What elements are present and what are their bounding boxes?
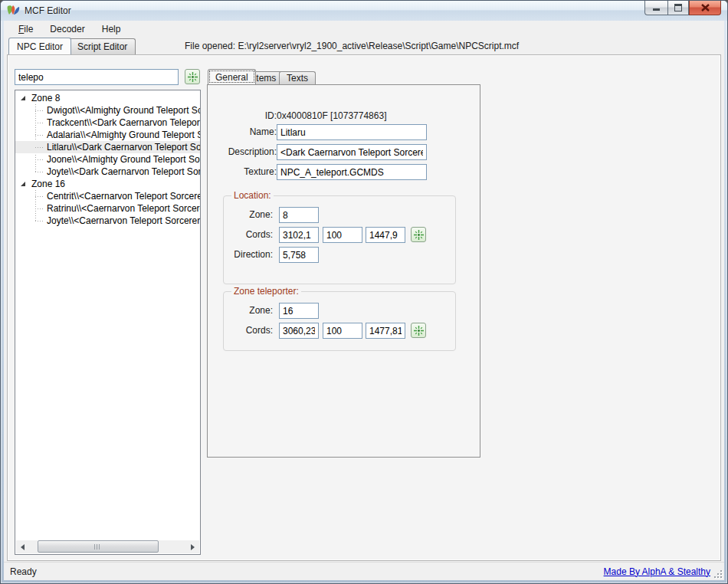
expander-icon[interactable] [21,182,25,186]
name-field[interactable] [277,124,427,140]
tree-horizontal-scrollbar[interactable] [16,540,199,553]
tree-item[interactable]: Centrit\\<Caernarvon Teleport Sorcerer> [15,190,200,202]
close-button[interactable] [689,1,721,15]
tab-npc-editor[interactable]: NPC Editor [8,38,71,54]
id-value: 0x4000810F [1073774863] [277,108,386,124]
description-field[interactable] [277,144,427,160]
location-cords-label: Cords: [231,227,273,243]
location-cord-z-field[interactable] [366,227,405,243]
client-area: File Decoder Help NPC Editor Script Edit… [4,21,724,580]
teleporter-zone-field[interactable] [279,303,319,319]
tree-item[interactable]: Ratrinu\\<Caernarvon Teleport Sorcere [15,202,200,215]
zone16-children: Centrit\\<Caernarvon Teleport Sorcerer> … [15,190,200,227]
teleporter-cords-label: Cords: [231,323,273,339]
teleporter-cord-x-field[interactable] [279,323,319,339]
expander-icon[interactable] [21,96,25,100]
teleporter-cord-y-field[interactable] [323,323,362,339]
minimize-icon [653,5,661,11]
npc-tree[interactable]: Zone 8 Dwigot\\<Almighty Ground Teleport… [15,90,201,555]
search-input[interactable] [15,69,179,85]
menu-file-rest: ile [24,24,33,34]
status-text: Ready [4,566,37,577]
tab-texts[interactable]: Texts [279,71,316,84]
teleporter-cord-z-field[interactable] [366,323,405,339]
description-label: Description: [214,144,277,160]
tree-item[interactable]: Joone\\<Almighty Ground Teleport Sorc [15,153,200,166]
mcf-editor-window: MCF Editor File Decoder Help NPC Editor … [0,0,728,584]
tree-item[interactable]: Joyte\\<Caernarvon Teleport Sorcerer> [15,215,200,227]
teleporter-burst-icon [414,326,424,336]
tree-item[interactable]: Trackcent\\<Dark Caernarvon Teleport [15,116,200,129]
tree-item[interactable]: Joyte\\<Dark Caernarvon Teleport Sorc [15,166,200,178]
tree-node-label: Zone 16 [31,179,65,189]
app-icon [7,5,20,17]
tree-item[interactable]: Dwigot\\<Almighty Ground Teleport Sor [15,104,200,116]
search-button[interactable] [185,69,200,84]
window-title: MCF Editor [25,5,71,16]
location-direction-field[interactable] [279,247,319,263]
location-burst-icon [414,230,424,240]
location-zone-field[interactable] [279,207,319,223]
location-cord-y-field[interactable] [323,227,362,243]
menubar: File Decoder Help [4,21,724,38]
scroll-left-button[interactable] [16,540,29,553]
main-tabstrip: NPC Editor Script Editor File opened: E:… [4,38,724,54]
location-group-title: Location: [231,190,274,201]
menu-help[interactable]: Help [93,21,130,37]
location-cord-x-field[interactable] [279,227,319,243]
teleporter-group-title: Zone teleporter: [231,286,301,297]
location-locate-button[interactable] [411,227,426,242]
general-tab-page: ID: 0x4000810F [1073774863] Name: Descri… [207,84,480,458]
tree-item[interactable]: Adalaria\\<Almighty Ground Teleport Sc [15,129,200,141]
texture-label: Texture: [214,164,277,180]
menu-file[interactable]: File [10,21,41,37]
titlebar[interactable]: MCF Editor [1,1,727,21]
search-burst-icon [188,72,198,82]
scroll-left-icon [21,544,25,550]
location-zone-label: Zone: [231,207,273,223]
file-opened-label: File opened: E:\ryl2server\vryl2_1900_ac… [185,41,519,51]
tree-node-zone8[interactable]: Zone 8 [15,92,200,104]
minimize-button[interactable] [644,1,667,15]
teleporter-zone-label: Zone: [231,303,273,319]
statusbar: Ready Made By AlphA & Stealthy [4,562,724,580]
zone8-children: Dwigot\\<Almighty Ground Teleport Sor Tr… [15,104,200,178]
tab-script-editor[interactable]: Script Editor [69,38,136,54]
location-direction-label: Direction: [227,247,273,263]
tab-general[interactable]: General [208,69,256,84]
teleporter-groupbox: Zone teleporter: Zone: Cords: [223,291,456,351]
scrollbar-thumb[interactable] [38,540,159,553]
tree-node-label: Zone 8 [31,93,60,103]
name-label: Name: [214,124,277,140]
resize-grip[interactable] [713,569,723,579]
npc-editor-page: Zone 8 Dwigot\\<Almighty Ground Teleport… [7,54,721,561]
maximize-button[interactable] [667,1,689,15]
tree-item-selected[interactable]: Litlaru\\<Dark Caernarvon Teleport Sor [15,141,200,153]
close-icon [701,4,710,11]
tree-node-zone16[interactable]: Zone 16 [15,178,200,190]
menu-decoder[interactable]: Decoder [41,21,93,37]
texture-field[interactable] [277,164,427,180]
scroll-right-button[interactable] [186,540,199,553]
id-label: ID: [214,108,277,124]
scroll-right-icon [191,544,195,550]
credit-link[interactable]: Made By AlphA & Stealthy [604,566,710,577]
location-groupbox: Location: Zone: Cords: [223,195,456,284]
teleporter-locate-button[interactable] [411,323,426,338]
maximize-icon [674,4,682,11]
